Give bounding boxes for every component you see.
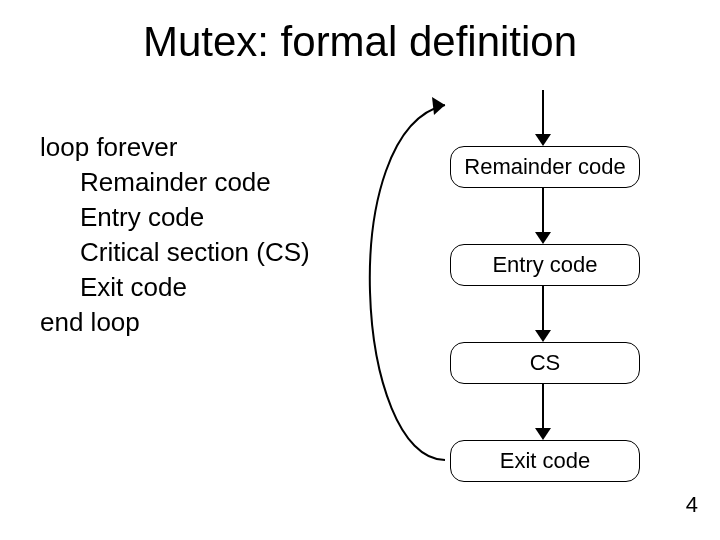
arrow-line [542,286,544,330]
flow-node-cs: CS [450,342,640,384]
slide-title: Mutex: formal definition [0,18,720,66]
svg-marker-0 [432,97,445,115]
code-line: end loop [40,305,310,340]
pseudocode-block: loop forever Remainder code Entry code C… [40,130,310,341]
arrow-line [542,384,544,428]
arrow-down-icon [535,134,551,146]
flowchart: Remainder code Entry code CS Exit code [380,90,700,520]
arrow-down-icon [535,428,551,440]
arrow-line [542,90,544,134]
code-line: Entry code [80,200,310,235]
code-line: Exit code [80,270,310,305]
code-line: loop forever [40,130,310,165]
code-line: Critical section (CS) [80,235,310,270]
arrow-down-icon [535,330,551,342]
code-line: Remainder code [80,165,310,200]
arrow-down-icon [535,232,551,244]
arrow-line [542,188,544,232]
flow-node-entry: Entry code [450,244,640,286]
page-number: 4 [686,492,698,518]
flow-node-exit: Exit code [450,440,640,482]
loop-back-arrow-icon [350,80,470,510]
slide: Mutex: formal definition loop forever Re… [0,0,720,540]
flow-node-remainder: Remainder code [450,146,640,188]
